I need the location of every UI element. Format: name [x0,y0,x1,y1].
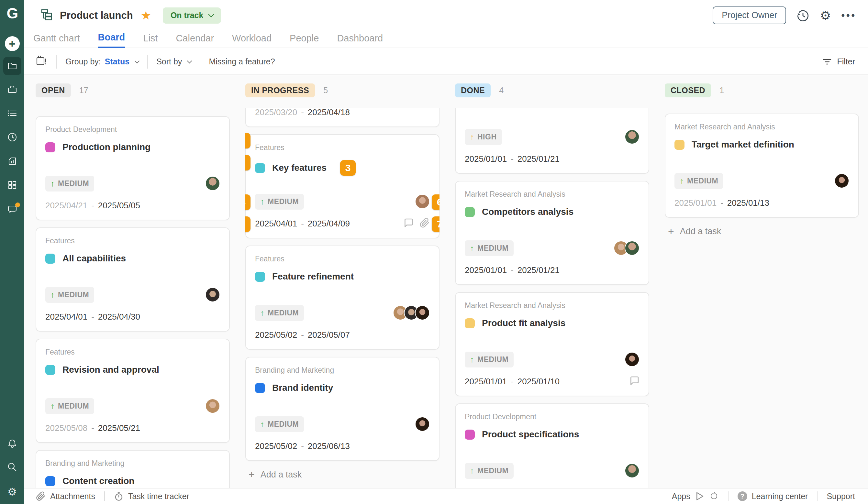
priority-label: MEDIUM [687,177,718,185]
assignee-avatar[interactable] [205,176,220,191]
task-title: Competitors analysis [482,207,574,217]
tab-list[interactable]: List [143,33,158,48]
sidebar-item-apps[interactable] [3,177,21,195]
project-owner-button[interactable]: Project Owner [713,7,786,24]
missing-feature-link[interactable]: Missing a feature? [209,57,275,66]
assignee-avatars [205,399,220,413]
priority-arrow-icon: ↑ [470,355,474,364]
assignee-avatar[interactable] [624,352,640,367]
assignee-avatar[interactable] [834,174,849,188]
favorite-star-icon[interactable]: ★ [141,9,151,22]
column-status-pill: DONE [455,83,490,97]
priority-badge[interactable]: ↑MEDIUM [674,173,723,189]
sidebar-item-search[interactable] [3,459,21,477]
project-status-dropdown[interactable]: On track [163,8,221,24]
sidebar-item-notifications[interactable] [3,435,21,453]
tab-workload[interactable]: Workload [232,33,271,48]
priority-badge[interactable]: ↑MEDIUM [45,398,94,414]
priority-badge[interactable]: ↑MEDIUM [45,287,94,303]
sidebar-item-tasks[interactable] [3,105,21,123]
task-title-row: Target market definition [674,139,849,150]
divider [817,491,817,501]
task-dates: 2025/01/01-2025/01/21 [465,265,560,275]
assignee-avatars [613,241,640,255]
priority-badge[interactable]: ↑MEDIUM [255,416,304,432]
task-card[interactable]: Market Research and AnalysisTarget marke… [665,114,859,218]
task-priority-row: ↑MEDIUM [45,397,220,415]
task-card[interactable]: Branding and MarketingContent creation [35,450,230,488]
sidebar-item-time-log[interactable] [3,129,21,147]
tab-board[interactable]: Board [98,32,125,48]
sidebar-item-settings[interactable]: ⚙ [3,483,21,501]
assignee-avatar[interactable] [205,399,220,413]
task-card[interactable]: 2025/03/20-2025/04/18 [245,108,440,127]
task-card[interactable]: FeaturesAll capabilities↑MEDIUM2025/04/0… [35,228,230,332]
apps-link[interactable]: Apps [672,491,719,501]
priority-badge[interactable]: ↑MEDIUM [255,305,304,321]
sidebar-item-portfolio[interactable] [3,81,21,99]
priority-badge[interactable]: ↑HIGH [465,129,502,145]
priority-badge[interactable]: ↑MEDIUM [465,351,514,367]
priority-badge[interactable]: ↑MEDIUM [465,463,514,479]
plus-icon: + [249,469,255,481]
create-new-button[interactable]: + [5,36,20,51]
assignee-avatar[interactable] [415,194,430,209]
assignee-avatar[interactable] [624,129,640,144]
priority-badge[interactable]: ↑MEDIUM [255,194,304,210]
assignee-avatar[interactable] [624,241,640,255]
task-priority-row: ↑MEDIUM [45,286,220,304]
board-column-in_progress: IN PROGRESS52025/03/20-2025/04/18Feature… [245,83,440,488]
sidebar-item-projects[interactable] [3,57,21,75]
assignee-avatar[interactable] [205,287,220,302]
task-group-label: Market Research and Analysis [465,190,640,199]
column-header: IN PROGRESS5 [245,83,440,97]
priority-badge[interactable]: ↑MEDIUM [465,240,514,256]
task-card[interactable]: ↑HIGH2025/01/01-2025/01/21 [455,108,649,174]
assignee-avatars [205,287,220,302]
task-group-label: Branding and Marketing [45,459,220,468]
settings-gear-icon[interactable]: ⚙ [820,9,831,22]
support-link[interactable]: Support [827,492,855,501]
task-title-row: Production planning [45,142,220,153]
task-card[interactable]: FeaturesFeature refinement↑MEDIUM2025/05… [245,245,440,350]
tab-dashboard[interactable]: Dashboard [337,33,383,48]
task-card-bottom: ↑MEDIUM2025/04/01-2025/04/09 [255,192,430,229]
tab-calendar[interactable]: Calendar [176,33,214,48]
tab-gantt-chart[interactable]: Gantt chart [33,33,80,48]
assignee-avatar[interactable] [415,417,430,432]
project-hierarchy-icon [40,9,53,22]
task-title-row: Product fit analysis [465,318,640,328]
add-task-button[interactable]: +Add a task [668,225,859,238]
sidebar-item-chat[interactable] [3,201,21,219]
assignee-avatars [624,129,640,144]
add-task-button[interactable]: +Add a task [249,469,440,481]
task-card[interactable]: Market Research and AnalysisCompetitors … [455,181,649,285]
task-color-chip [465,207,475,217]
board-settings-icon[interactable] [35,55,48,69]
group-by-dropdown[interactable]: Group by: Status [65,57,139,66]
tab-people[interactable]: People [290,33,319,48]
assignee-avatar[interactable] [415,305,430,320]
sidebar-item-reports[interactable] [3,153,21,171]
task-card[interactable]: FeaturesRevision and approval↑MEDIUM2025… [35,339,230,443]
more-options-icon[interactable]: ••• [841,10,856,21]
task-date-row: 2025/01/01-2025/01/21 [465,153,640,165]
attachments-button[interactable]: Attachments [36,491,95,501]
history-icon[interactable] [796,9,809,22]
task-date-row: 2025/03/20-2025/04/18 [255,108,430,118]
comment-icon [629,376,640,387]
learning-center-link[interactable]: ? Learning center [737,491,808,501]
notification-dot [15,202,20,207]
task-card[interactable]: FeaturesKey features3↑MEDIUM2025/04/01-2… [245,134,440,239]
task-priority-row: ↑MEDIUM [255,415,430,433]
task-card[interactable]: Branding and MarketingBrand identity↑MED… [245,357,440,461]
task-time-tracker-button[interactable]: Task time tracker [114,491,189,501]
task-title: Product specifications [482,429,579,440]
sort-by-dropdown[interactable]: Sort by [156,57,191,66]
task-card[interactable]: Market Research and AnalysisProduct fit … [455,292,649,396]
task-card[interactable]: Product DevelopmentProduct specification… [455,403,649,488]
filter-button[interactable]: Filter [822,56,855,67]
assignee-avatar[interactable] [624,463,640,478]
task-card[interactable]: Product DevelopmentProduction planning↑M… [35,116,230,220]
priority-badge[interactable]: ↑MEDIUM [45,176,94,191]
